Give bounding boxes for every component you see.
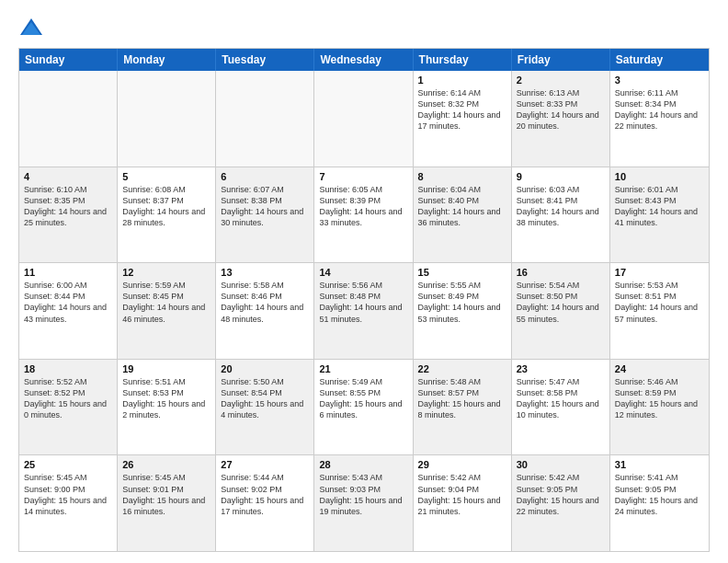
cal-cell: 17Sunrise: 5:53 AM Sunset: 8:51 PM Dayli…: [610, 263, 709, 359]
cell-info: Sunrise: 5:45 AM Sunset: 9:01 PM Dayligh…: [122, 472, 210, 517]
day-number: 11: [24, 267, 112, 278]
cell-info: Sunrise: 5:43 AM Sunset: 9:03 PM Dayligh…: [319, 472, 407, 517]
day-number: 23: [517, 363, 605, 374]
cell-info: Sunrise: 5:48 AM Sunset: 8:57 PM Dayligh…: [418, 376, 506, 421]
day-number: 6: [221, 171, 309, 182]
cal-cell: 22Sunrise: 5:48 AM Sunset: 8:57 PM Dayli…: [414, 360, 512, 455]
cell-info: Sunrise: 5:59 AM Sunset: 8:45 PM Dayligh…: [122, 280, 210, 325]
cal-cell: 16Sunrise: 5:54 AM Sunset: 8:50 PM Dayli…: [512, 263, 610, 359]
day-number: 26: [122, 459, 210, 470]
day-number: 19: [122, 363, 210, 374]
cal-row-2: 11Sunrise: 6:00 AM Sunset: 8:44 PM Dayli…: [19, 263, 709, 360]
day-number: 7: [319, 171, 407, 182]
cal-row-3: 18Sunrise: 5:52 AM Sunset: 8:52 PM Dayli…: [19, 360, 709, 456]
cal-cell: 8Sunrise: 6:04 AM Sunset: 8:40 PM Daylig…: [414, 167, 512, 263]
header-day-sunday: Sunday: [19, 49, 118, 71]
cal-cell: 4Sunrise: 6:10 AM Sunset: 8:35 PM Daylig…: [19, 167, 118, 263]
header-day-wednesday: Wednesday: [314, 49, 413, 71]
day-number: 22: [418, 363, 506, 374]
cell-info: Sunrise: 6:07 AM Sunset: 8:38 PM Dayligh…: [221, 184, 309, 229]
cal-cell: 3Sunrise: 6:11 AM Sunset: 8:34 PM Daylig…: [610, 71, 709, 167]
cell-info: Sunrise: 6:13 AM Sunset: 8:33 PM Dayligh…: [517, 87, 605, 132]
cell-info: Sunrise: 6:10 AM Sunset: 8:35 PM Dayligh…: [24, 184, 112, 229]
cell-info: Sunrise: 5:44 AM Sunset: 9:02 PM Dayligh…: [221, 472, 309, 517]
day-number: 25: [24, 459, 112, 470]
cal-cell: [216, 71, 314, 167]
logo-icon: [18, 15, 44, 40]
cal-cell: 7Sunrise: 6:05 AM Sunset: 8:39 PM Daylig…: [314, 167, 413, 263]
cell-info: Sunrise: 5:42 AM Sunset: 9:05 PM Dayligh…: [517, 472, 605, 517]
cal-cell: 28Sunrise: 5:43 AM Sunset: 9:03 PM Dayli…: [314, 455, 413, 551]
cal-row-0: 1Sunrise: 6:14 AM Sunset: 8:32 PM Daylig…: [19, 71, 709, 167]
day-number: 18: [24, 363, 112, 374]
cell-info: Sunrise: 5:42 AM Sunset: 9:04 PM Dayligh…: [418, 472, 506, 517]
day-number: 21: [319, 363, 407, 374]
cell-info: Sunrise: 6:04 AM Sunset: 8:40 PM Dayligh…: [418, 184, 506, 229]
cell-info: Sunrise: 5:51 AM Sunset: 8:53 PM Dayligh…: [122, 376, 210, 421]
cell-info: Sunrise: 5:47 AM Sunset: 8:58 PM Dayligh…: [517, 376, 605, 421]
cal-cell: 31Sunrise: 5:41 AM Sunset: 9:05 PM Dayli…: [610, 455, 709, 551]
header-day-saturday: Saturday: [610, 49, 709, 71]
cell-info: Sunrise: 6:05 AM Sunset: 8:39 PM Dayligh…: [319, 184, 407, 229]
calendar-body: 1Sunrise: 6:14 AM Sunset: 8:32 PM Daylig…: [19, 71, 709, 551]
day-number: 17: [615, 267, 704, 278]
day-number: 14: [319, 267, 407, 278]
cal-cell: 23Sunrise: 5:47 AM Sunset: 8:58 PM Dayli…: [512, 360, 610, 455]
cell-info: Sunrise: 5:46 AM Sunset: 8:59 PM Dayligh…: [615, 376, 704, 421]
cell-info: Sunrise: 5:53 AM Sunset: 8:51 PM Dayligh…: [615, 280, 704, 325]
cell-info: Sunrise: 5:55 AM Sunset: 8:49 PM Dayligh…: [418, 280, 506, 325]
day-number: 30: [517, 459, 605, 470]
cal-cell: 10Sunrise: 6:01 AM Sunset: 8:43 PM Dayli…: [610, 167, 709, 263]
cell-info: Sunrise: 5:58 AM Sunset: 8:46 PM Dayligh…: [221, 280, 309, 325]
day-number: 27: [221, 459, 309, 470]
cell-info: Sunrise: 5:50 AM Sunset: 8:54 PM Dayligh…: [221, 376, 309, 421]
cell-info: Sunrise: 5:56 AM Sunset: 8:48 PM Dayligh…: [319, 280, 407, 325]
cal-cell: 11Sunrise: 6:00 AM Sunset: 8:44 PM Dayli…: [19, 263, 118, 359]
cal-row-4: 25Sunrise: 5:45 AM Sunset: 9:00 PM Dayli…: [19, 455, 709, 551]
header-day-thursday: Thursday: [414, 49, 512, 71]
cal-cell: 26Sunrise: 5:45 AM Sunset: 9:01 PM Dayli…: [118, 455, 216, 551]
header-day-tuesday: Tuesday: [216, 49, 314, 71]
cell-info: Sunrise: 5:49 AM Sunset: 8:55 PM Dayligh…: [319, 376, 407, 421]
cal-cell: [314, 71, 413, 167]
cal-cell: 27Sunrise: 5:44 AM Sunset: 9:02 PM Dayli…: [216, 455, 314, 551]
header: [18, 15, 710, 40]
cal-cell: 13Sunrise: 5:58 AM Sunset: 8:46 PM Dayli…: [216, 263, 314, 359]
day-number: 24: [615, 363, 704, 374]
cal-row-1: 4Sunrise: 6:10 AM Sunset: 8:35 PM Daylig…: [19, 167, 709, 264]
header-day-friday: Friday: [512, 49, 610, 71]
cal-cell: 12Sunrise: 5:59 AM Sunset: 8:45 PM Dayli…: [118, 263, 216, 359]
day-number: 2: [517, 75, 605, 86]
cal-cell: 5Sunrise: 6:08 AM Sunset: 8:37 PM Daylig…: [118, 167, 216, 263]
page: SundayMondayTuesdayWednesdayThursdayFrid…: [0, 0, 728, 563]
cell-info: Sunrise: 6:01 AM Sunset: 8:43 PM Dayligh…: [615, 184, 704, 229]
logo: [18, 15, 48, 40]
cal-cell: 14Sunrise: 5:56 AM Sunset: 8:48 PM Dayli…: [314, 263, 413, 359]
day-number: 12: [122, 267, 210, 278]
cal-cell: 20Sunrise: 5:50 AM Sunset: 8:54 PM Dayli…: [216, 360, 314, 455]
cell-info: Sunrise: 6:14 AM Sunset: 8:32 PM Dayligh…: [418, 87, 506, 132]
cal-cell: [19, 71, 118, 167]
day-number: 10: [615, 171, 704, 182]
header-day-monday: Monday: [118, 49, 216, 71]
cell-info: Sunrise: 5:52 AM Sunset: 8:52 PM Dayligh…: [24, 376, 112, 421]
day-number: 9: [517, 171, 605, 182]
day-number: 1: [418, 75, 506, 86]
day-number: 31: [615, 459, 704, 470]
calendar: SundayMondayTuesdayWednesdayThursdayFrid…: [18, 48, 710, 552]
cal-cell: 9Sunrise: 6:03 AM Sunset: 8:41 PM Daylig…: [512, 167, 610, 263]
cal-cell: 1Sunrise: 6:14 AM Sunset: 8:32 PM Daylig…: [414, 71, 512, 167]
cell-info: Sunrise: 6:08 AM Sunset: 8:37 PM Dayligh…: [122, 184, 210, 229]
day-number: 3: [615, 75, 704, 86]
day-number: 5: [122, 171, 210, 182]
cell-info: Sunrise: 5:45 AM Sunset: 9:00 PM Dayligh…: [24, 472, 112, 517]
cal-cell: 6Sunrise: 6:07 AM Sunset: 8:38 PM Daylig…: [216, 167, 314, 263]
day-number: 29: [418, 459, 506, 470]
cal-cell: 15Sunrise: 5:55 AM Sunset: 8:49 PM Dayli…: [414, 263, 512, 359]
calendar-header: SundayMondayTuesdayWednesdayThursdayFrid…: [19, 49, 709, 71]
day-number: 8: [418, 171, 506, 182]
cal-cell: 29Sunrise: 5:42 AM Sunset: 9:04 PM Dayli…: [414, 455, 512, 551]
cal-cell: 19Sunrise: 5:51 AM Sunset: 8:53 PM Dayli…: [118, 360, 216, 455]
cal-cell: 21Sunrise: 5:49 AM Sunset: 8:55 PM Dayli…: [314, 360, 413, 455]
day-number: 16: [517, 267, 605, 278]
